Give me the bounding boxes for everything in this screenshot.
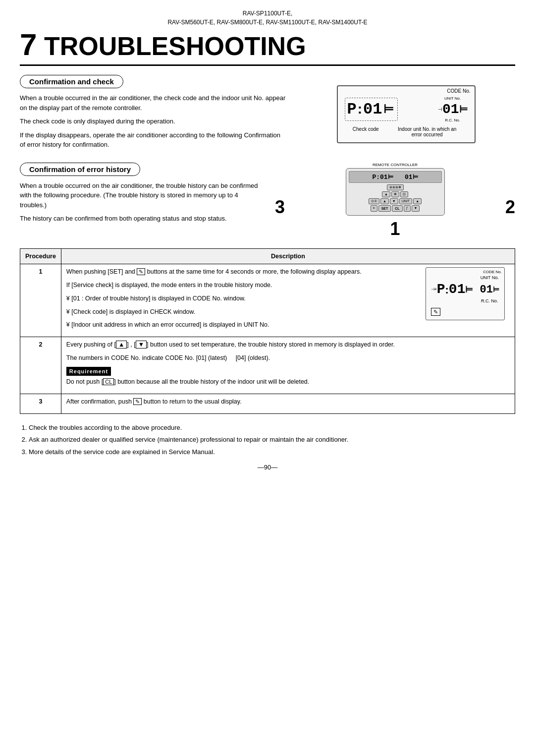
proc-num-2: 2 [20, 337, 61, 394]
section1-para2: The check code is only displayed during … [20, 116, 287, 126]
rc-btn-page: ⊡ [400, 191, 408, 197]
display-panel: CODE No. P : 0 1 ⊨ UNIT No. ⊣ 0 [337, 85, 476, 143]
section1-text: Confirmation and check When a trouble oc… [20, 75, 287, 154]
requirement-badge: Requirement [66, 367, 111, 376]
section2-title: Confirmation of error history [20, 163, 140, 176]
rc-btn-back: ⊙① [369, 198, 379, 204]
rc-btn-unit: UNIT [399, 198, 412, 204]
footnotes-list: Check the troubles according to the abov… [20, 423, 515, 457]
table-row: 2 Every pushing of [▲] , [▼] button used… [20, 337, 515, 394]
chapter-heading: TROUBLESHOOTING [44, 32, 306, 60]
section1-para3: If the display disappears, operate the a… [20, 130, 287, 150]
rc-btn-func: ƒ [404, 205, 411, 212]
proc1-code-label: CODE No. [483, 269, 502, 275]
proc1-icon: ✎ [431, 307, 499, 317]
header-models: RAV-SP1100UT-E, RAV-SM560UT-E, RAV-SM800… [20, 10, 515, 26]
rc-btn-right-down: ▼ [412, 205, 420, 212]
section2-para1: When a trouble occurred on the air condi… [20, 181, 265, 210]
rc-btn-group1: ⊛⊛⊛✻ [387, 184, 404, 190]
section1-title: Confirmation and check [20, 75, 123, 88]
indoor-unit-label: Indoor unit No. in which an error occurr… [398, 126, 456, 137]
section2-layout: Confirmation of error history When a tro… [20, 163, 515, 239]
unit-no-area: UNIT No. ⊣ 0 1 ⊨ R.C. No. [438, 96, 468, 122]
code-no-label: CODE No. [447, 88, 470, 94]
rc-display: P:01⊨ 01⊨ [349, 171, 442, 183]
section1-layout: Confirmation and check When a trouble oc… [20, 75, 515, 154]
section2-image: 3 REMOTE CONTROLLER P:01⊨ 01⊨ ⊛⊛⊛✻ ▲ ✻ ⊡… [275, 163, 515, 239]
rc-btn-arrow-up: ▲ [382, 191, 390, 197]
section1-para1: When a trouble occurred in the air condi… [20, 93, 287, 113]
col-procedure: Procedure [20, 248, 61, 264]
proc1-line2: If [Service check] is displayed, the mod… [66, 281, 420, 290]
chapter-title: 7 TROUBLESHOOTING [20, 28, 515, 66]
model-line1: RAV-SP1100UT-E, [243, 10, 293, 17]
num1-label: 1 [390, 219, 400, 239]
section2-text: Confirmation of error history When a tro… [20, 163, 265, 239]
col-description: Description [61, 248, 515, 264]
proc-num-1: 1 [20, 264, 61, 337]
proc1-line4: ¥ [Check code] is displayed in CHECK win… [66, 307, 420, 317]
proc3-line1: After confirmation, push ✎ button to ret… [66, 397, 510, 407]
section1-image: CODE No. P : 0 1 ⊨ UNIT No. ⊣ 0 [297, 75, 515, 154]
remote-controller-diagram: REMOTE CONTROLLER P:01⊨ 01⊨ ⊛⊛⊛✻ ▲ ✻ ⊡ ⊙… [346, 163, 445, 216]
footnote-2: Ask an authorized dealer or qualified se… [29, 435, 515, 445]
proc1-check-code: ⊣≡ P : 0 1 ⊨ [431, 279, 473, 300]
proc1-image: CODE No. ⊣≡ P : 0 1 ⊨ [426, 267, 510, 334]
section2-para2: The history can be confirmed from both o… [20, 214, 265, 224]
table-row: 1 When pushing [SET] and ✎ buttons at th… [20, 264, 515, 337]
chapter-number: 7 [20, 27, 37, 61]
rc-btn-down: ▼ [390, 198, 398, 204]
page-number: —90— [20, 464, 515, 471]
check-code-label: Check code [353, 126, 379, 132]
check-code-area: P : 0 1 ⊨ [345, 98, 398, 121]
rc-btn-snowflake: ✻ [391, 191, 399, 197]
proc2-line2: The numbers in CODE No. indicate CODE No… [66, 353, 510, 363]
rc-btn-up2: ▲ [380, 198, 389, 204]
num2-label: 2 [505, 197, 515, 218]
rc-controller-label: REMOTE CONTROLLER [346, 163, 445, 167]
proc-num-3: 3 [20, 394, 61, 413]
footnote-1: Check the troubles according to the abov… [29, 423, 515, 433]
proc1-line5: ¥ [Indoor unit address in which an error… [66, 320, 420, 330]
rc-btn-cl: CL [392, 205, 402, 212]
proc1-display: CODE No. ⊣≡ P : 0 1 ⊨ [426, 267, 505, 320]
proc-desc-2: Every pushing of [▲] , [▼] button used t… [61, 337, 515, 394]
footnote-3: More details of the service code are exp… [29, 447, 515, 457]
proc1-unit-no: UNIT No. 0 1 ⊨ R.C. No. [480, 275, 499, 304]
procedure-table: Procedure Description 1 When pushing [SE… [20, 248, 515, 414]
rc-btn-menu: ≡ [371, 205, 377, 212]
proc2-line1: Every pushing of [▲] , [▼] button used t… [66, 340, 510, 349]
model-line2: RAV-SM560UT-E, RAV-SM800UT-E, RAV-SM1100… [167, 19, 367, 26]
table-row: 3 After confirmation, push ✎ button to r… [20, 394, 515, 413]
proc-desc-3: After confirmation, push ✎ button to ret… [61, 394, 515, 413]
rc-body: P:01⊨ 01⊨ ⊛⊛⊛✻ ▲ ✻ ⊡ ⊙① ▲ ▼ UNIT ▲ [346, 168, 445, 216]
proc1-line1: When pushing [SET] and ✎ buttons at the … [66, 267, 420, 277]
proc1-line3: ¥ [01 : Order of trouble history] is dis… [66, 294, 420, 303]
proc2-line3: Do not push [CL] button because all the … [66, 377, 510, 387]
num3-label: 3 [275, 197, 285, 218]
proc1-text: When pushing [SET] and ✎ buttons at the … [66, 267, 420, 334]
rc-btn-right-up: ▲ [413, 198, 422, 204]
panel-labels: Check code Indoor unit No. in which an e… [345, 126, 468, 137]
rc-btn-set: SET [378, 205, 391, 212]
proc-desc-1: When pushing [SET] and ✎ buttons at the … [61, 264, 515, 337]
